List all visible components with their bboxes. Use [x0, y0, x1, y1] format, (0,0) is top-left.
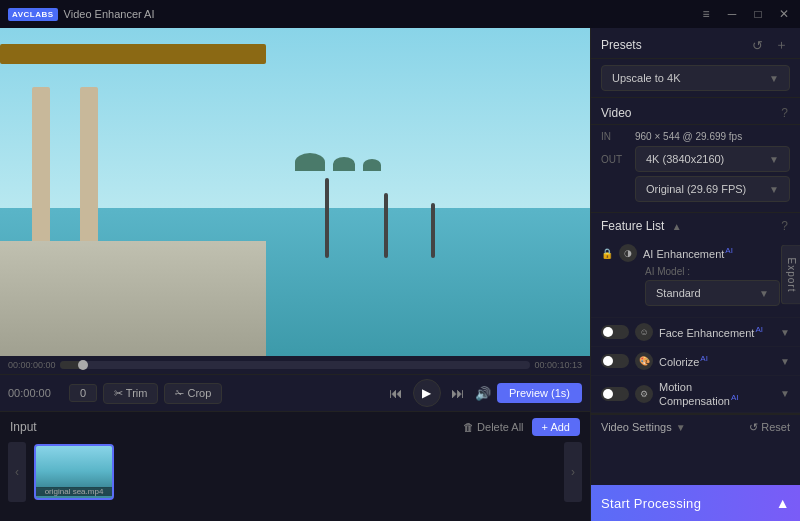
menu-button[interactable]: ≡	[698, 7, 714, 21]
face-enhancement-label: Face EnhancementAI	[659, 325, 774, 339]
reset-button[interactable]: ↺ Reset	[749, 421, 790, 434]
timeline-end-time: 00:00:10:13	[534, 360, 582, 370]
out-label: OUT	[601, 154, 629, 165]
filmstrip: ‹ original sea.mp4 ›	[0, 442, 590, 502]
feature-colorize: 🎨 ColorizeAI ▼	[591, 347, 800, 376]
colorize-toggle-thumb	[603, 356, 613, 366]
export-tab[interactable]: Export	[781, 244, 800, 305]
in-value: 960 × 544 @ 29.699 fps	[635, 131, 742, 142]
film-thumbnail[interactable]: original sea.mp4	[34, 444, 114, 500]
video-settings: Video Settings ▼ ↺ Reset	[591, 414, 800, 440]
start-processing-label: Start Processing	[601, 496, 701, 511]
video-frame	[0, 28, 590, 356]
out-resolution-dropdown[interactable]: 4K (3840x2160) ▼	[635, 146, 790, 172]
input-label: Input	[10, 420, 37, 434]
preview-button[interactable]: Preview (1s)	[497, 383, 582, 403]
presets-actions: ↺ ＋	[750, 36, 790, 54]
right-panel: Presets ↺ ＋ Upscale to 4K ▼ Video ? IN	[590, 28, 800, 521]
lock-icon: 🔒	[601, 248, 613, 259]
ai-model-value: Standard	[656, 287, 701, 299]
video-out-row: OUT 4K (3840x2160) ▼	[601, 146, 790, 172]
motion-toggle-thumb	[603, 389, 613, 399]
video-section-header: Video ?	[591, 98, 800, 125]
motion-toggle[interactable]	[601, 387, 629, 401]
feature-motion-header: ⚙ Motion CompensationAI ▼	[601, 381, 790, 407]
maximize-button[interactable]: □	[750, 7, 766, 21]
video-help-button[interactable]: ?	[779, 106, 790, 120]
app-logo: AVCLABS Video Enhancer AI	[8, 8, 155, 21]
ai-enhancement-icon: ◑	[619, 244, 637, 262]
colorize-expand-icon[interactable]: ▼	[780, 356, 790, 367]
input-section: Input 🗑 Delete All + Add ‹ original sea.…	[0, 411, 590, 521]
presets-header: Presets ↺ ＋	[591, 28, 800, 59]
step-back-button[interactable]: ⏮	[385, 383, 407, 403]
face-enhancement-expand-icon[interactable]: ▼	[780, 327, 790, 338]
out-fps-dropdown[interactable]: Original (29.69 FPS) ▼	[635, 176, 790, 202]
feature-list-header: Feature List ▲ ?	[591, 213, 800, 239]
colorize-toggle[interactable]	[601, 354, 629, 368]
step-forward-button[interactable]: ⏭	[447, 383, 469, 403]
start-btn-row: Start Processing ▲	[591, 485, 800, 521]
feature-ai-enhancement: 🔒 ◑ AI EnhancementAI ▲ AI Model : Standa…	[591, 239, 800, 318]
video-section-title: Video	[601, 106, 631, 120]
in-label: IN	[601, 131, 629, 142]
filmstrip-next[interactable]: ›	[564, 442, 582, 502]
motion-icon: ⚙	[635, 385, 653, 403]
motion-expand-icon[interactable]: ▼	[780, 388, 790, 399]
lamp-post-3	[431, 203, 435, 258]
feature-face-header: ☺ Face EnhancementAI ▼	[601, 323, 790, 341]
start-processing-button[interactable]: Start Processing ▲	[591, 485, 800, 521]
play-button[interactable]: ▶	[413, 379, 441, 407]
timeline-track[interactable]	[60, 361, 531, 369]
face-toggle[interactable]	[601, 325, 629, 339]
presets-area: Upscale to 4K ▼	[591, 59, 800, 98]
presets-refresh-button[interactable]: ↺	[750, 38, 765, 53]
ai-badge-3: AI	[700, 354, 708, 363]
logo-icon: AVCLABS	[8, 8, 58, 21]
add-button[interactable]: + Add	[532, 418, 580, 436]
thumb-preview	[36, 446, 112, 488]
filmstrip-prev[interactable]: ‹	[8, 442, 26, 502]
out-resolution-value: 4K (3840x2160)	[646, 153, 724, 165]
trim-button[interactable]: ✂ Trim	[103, 383, 158, 404]
preset-selected: Upscale to 4K	[612, 72, 680, 84]
ai-badge-1: AI	[725, 246, 733, 255]
feature-list-section: Feature List ▲ ? 🔒 ◑ AI EnhancementAI ▲	[591, 213, 800, 414]
feature-list-chevron-icon: ▲	[672, 221, 682, 232]
app-title: Video Enhancer AI	[64, 8, 155, 20]
ai-enhancement-label: AI EnhancementAI	[643, 246, 774, 260]
floor	[0, 241, 266, 356]
crop-button[interactable]: ✁ Crop	[164, 383, 222, 404]
thumb-label: original sea.mp4	[36, 487, 112, 496]
roof	[0, 44, 266, 64]
video-settings-label: Video Settings ▼	[601, 421, 686, 433]
right-scrollable[interactable]: Presets ↺ ＋ Upscale to 4K ▼ Video ? IN	[591, 28, 800, 485]
delete-all-button[interactable]: 🗑 Delete All	[463, 421, 524, 433]
frame-number: 0	[69, 384, 97, 402]
presets-add-button[interactable]: ＋	[773, 36, 790, 54]
feature-motion-compensation: ⚙ Motion CompensationAI ▼	[591, 376, 800, 413]
ai-badge-2: AI	[755, 325, 763, 334]
close-button[interactable]: ✕	[776, 7, 792, 21]
video-in-row: IN 960 × 544 @ 29.699 fps	[601, 131, 790, 142]
timeline-bar: 00:00:00:00 00:00:10:13	[0, 356, 590, 374]
controls-bar: 00:00:00 0 ✂ Trim ✁ Crop ⏮ ▶ ⏭ 🔊 Preview…	[0, 374, 590, 411]
face-enhancement-icon: ☺	[635, 323, 653, 341]
ai-model-label: AI Model :	[645, 266, 780, 277]
volume-button[interactable]: 🔊	[475, 386, 491, 401]
video-preview-area	[0, 28, 590, 356]
island-2	[333, 157, 355, 171]
window-controls: ≡ ─ □ ✕	[698, 7, 792, 21]
preset-dropdown[interactable]: Upscale to 4K ▼	[601, 65, 790, 91]
input-header: Input 🗑 Delete All + Add	[0, 412, 590, 442]
lamp-post-1	[325, 178, 329, 258]
building-structure	[0, 28, 266, 356]
timeline-thumb[interactable]	[78, 360, 88, 370]
video-info: IN 960 × 544 @ 29.699 fps OUT 4K (3840x2…	[591, 125, 800, 213]
ai-badge-4: AI	[731, 393, 739, 402]
start-chevron-icon: ▲	[776, 495, 790, 511]
feature-list-help-button[interactable]: ?	[779, 219, 790, 233]
ai-model-dropdown[interactable]: Standard ▼	[645, 280, 780, 306]
minimize-button[interactable]: ─	[724, 7, 740, 21]
motion-compensation-label: Motion CompensationAI	[659, 381, 774, 407]
